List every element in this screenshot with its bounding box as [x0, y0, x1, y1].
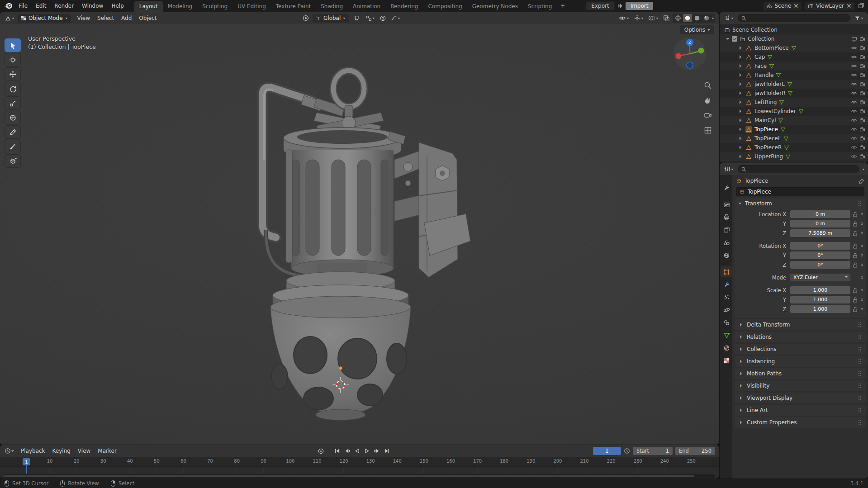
breadcrumb-object-label[interactable]: TopPiece [745, 178, 768, 184]
field-value[interactable]: 0° [790, 242, 850, 250]
disclosure-triangle-icon[interactable] [740, 55, 743, 59]
topbar-menu[interactable]: File [14, 1, 32, 11]
viewport-canvas[interactable]: Options User Perspective (1) Collection … [0, 24, 719, 445]
tab-particles[interactable] [721, 292, 732, 303]
hide-eye-icon[interactable] [851, 109, 857, 114]
render-toggle-icon[interactable] [859, 127, 865, 133]
panel-grip-icon[interactable] [859, 359, 862, 364]
falloff-dropdown[interactable] [389, 14, 402, 22]
tab-tool[interactable] [721, 182, 732, 193]
export-button[interactable]: Export [586, 1, 614, 10]
animate-dot-icon[interactable] [861, 245, 863, 247]
tab-object-data[interactable] [721, 330, 732, 341]
playhead-line[interactable] [26, 465, 27, 474]
outliner-object-row[interactable]: jawHolderL [720, 80, 868, 89]
animate-dot-icon[interactable] [861, 213, 863, 215]
render-toggle-icon[interactable] [859, 90, 865, 96]
viewport-menu[interactable]: View [74, 13, 94, 23]
workspace-tab[interactable]: Shading [316, 1, 348, 12]
options-dropdown[interactable]: Options [680, 25, 714, 34]
add-workspace-button[interactable]: + [557, 1, 569, 11]
outliner-object-row[interactable]: LowestCylinder [720, 107, 868, 116]
hide-eye-icon[interactable] [851, 136, 857, 141]
animate-dot-icon[interactable] [861, 298, 863, 301]
hide-eye-icon[interactable] [851, 154, 857, 159]
workspace-tab[interactable]: Geometry Nodes [467, 1, 523, 12]
overlays-toggle[interactable] [647, 14, 660, 22]
animate-dot-icon[interactable] [861, 308, 863, 310]
topbar-menu[interactable]: Window [78, 1, 107, 11]
play-button[interactable] [363, 447, 371, 455]
outliner-object-row[interactable]: Handle [720, 71, 868, 80]
properties-section-header[interactable]: Delta Transform [735, 319, 866, 330]
new-viewlayer-icon[interactable] [858, 3, 864, 9]
properties-section-header[interactable]: Line Art [735, 405, 866, 416]
shading-solid-button[interactable] [683, 14, 692, 22]
pin-icon[interactable] [859, 178, 864, 184]
mode-dropdown[interactable]: Object Mode [18, 14, 71, 23]
screen-toggle-icon[interactable] [851, 36, 857, 42]
render-toggle-icon[interactable] [859, 109, 865, 114]
editor-type-button[interactable] [3, 447, 15, 455]
field-value[interactable]: 1.000 [790, 296, 850, 303]
properties-section-header[interactable]: Viewport Display [735, 393, 866, 403]
panel-grip-icon[interactable] [859, 371, 862, 376]
render-toggle-icon[interactable] [859, 145, 865, 151]
disclosure-triangle-icon[interactable] [740, 109, 743, 113]
field-value[interactable]: 0° [790, 261, 850, 269]
blender-logo-icon[interactable] [4, 2, 14, 10]
scrollbar-handle[interactable] [4, 475, 694, 477]
outliner-object-row[interactable]: BottomPiece [720, 43, 868, 52]
topbar-menu[interactable]: Edit [32, 1, 50, 11]
tool-transform[interactable] [5, 111, 21, 124]
field-value[interactable]: 1.000 [790, 305, 850, 313]
filter-dropdown[interactable] [853, 14, 865, 22]
properties-section-header[interactable]: Relations [735, 332, 866, 342]
lock-open-icon[interactable] [853, 297, 858, 303]
timeline-ruler[interactable]: 1020304050607080901001101201301401501601… [0, 457, 719, 467]
lock-open-icon[interactable] [853, 253, 858, 258]
start-frame-field[interactable]: Start 1 [633, 447, 673, 455]
tool-select-box[interactable] [5, 38, 21, 52]
panel-grip-icon[interactable] [859, 384, 862, 389]
workspace-tab[interactable]: Layout [134, 1, 163, 12]
shading-wireframe-button[interactable] [674, 14, 683, 22]
viewlayer-selector[interactable]: ViewLayer [805, 2, 854, 10]
tool-cursor[interactable] [5, 53, 21, 66]
properties-section-header[interactable]: Motion Paths [735, 368, 866, 379]
disclosure-triangle-icon[interactable] [740, 118, 743, 122]
field-value[interactable]: 0° [790, 251, 850, 259]
snap-toggle[interactable] [352, 14, 361, 23]
outliner-object-row[interactable]: UpperRing [720, 152, 868, 161]
tab-view-layer[interactable] [721, 224, 732, 235]
disclosure-triangle-icon[interactable] [740, 91, 743, 95]
panel-grip-icon[interactable] [859, 201, 862, 206]
disclosure-triangle-icon[interactable] [740, 82, 743, 86]
tab-output[interactable] [721, 212, 732, 223]
editor-type-button[interactable] [723, 165, 735, 173]
tab-constraints[interactable] [721, 317, 732, 328]
field-value[interactable]: 0 m [790, 210, 850, 218]
panel-grip-icon[interactable] [859, 408, 862, 413]
properties-section-header[interactable]: Instancing [735, 356, 866, 367]
outliner-object-row[interactable]: TopPieceR [720, 143, 868, 152]
viewport-menu[interactable]: Select [94, 13, 118, 23]
render-toggle-icon[interactable] [859, 81, 865, 87]
timeline-scrollbar[interactable] [4, 474, 715, 478]
tab-modifiers[interactable] [721, 279, 732, 290]
viewlayer-remove-button[interactable] [846, 3, 852, 9]
jump-to-end-button[interactable] [383, 447, 391, 455]
lock-open-icon[interactable] [853, 243, 858, 249]
hide-eye-icon[interactable] [851, 81, 857, 87]
lock-open-icon[interactable] [853, 231, 858, 236]
disclosure-triangle-icon[interactable] [740, 64, 743, 68]
outliner-object-row[interactable]: jawHolderR [720, 89, 868, 98]
lock-open-icon[interactable] [853, 262, 858, 268]
outliner-object-row[interactable]: Face [720, 62, 868, 71]
object-name-field[interactable]: TopPiece [736, 187, 864, 196]
xray-toggle[interactable] [662, 14, 671, 22]
properties-section-header[interactable]: Collections [735, 344, 866, 355]
lock-open-icon[interactable] [853, 221, 858, 227]
proportional-editing-icon[interactable] [379, 15, 386, 22]
viewport-menu[interactable]: Object [135, 13, 160, 23]
